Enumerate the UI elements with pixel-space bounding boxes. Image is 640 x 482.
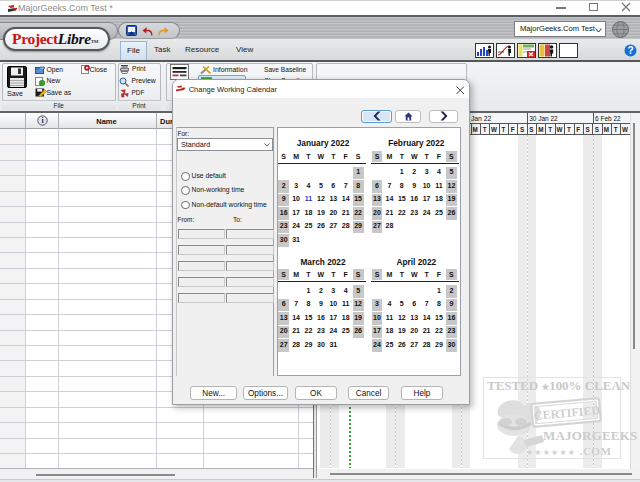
svg-text:?: ? [627, 45, 633, 56]
